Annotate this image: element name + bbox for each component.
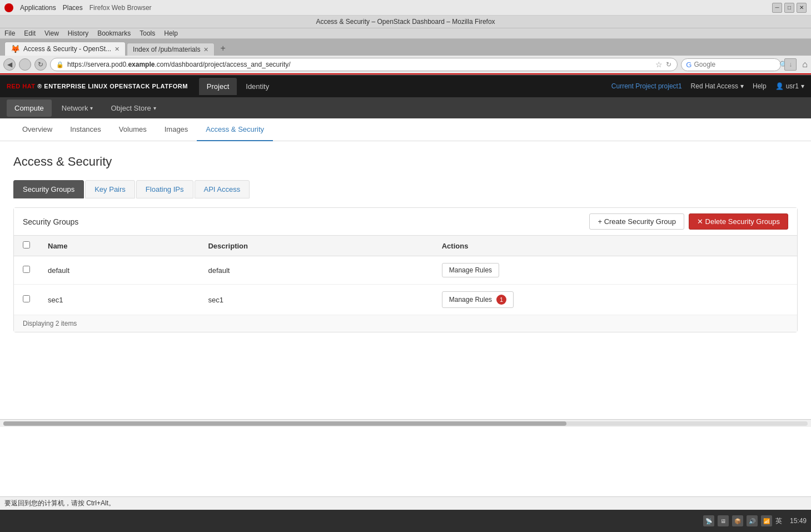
table-head: Name Description Actions — [14, 236, 797, 256]
red-hat-access-dropdown[interactable]: Red Hat Access ▾ — [691, 82, 744, 90]
browser-chrome: Access & Security – OpenStack Dashboard … — [0, 16, 811, 75]
security-groups-table: Name Description Actions default default… — [14, 236, 797, 315]
section-tab-security-groups[interactable]: Security Groups — [13, 180, 84, 198]
row-actions-default: Manage Rules — [433, 256, 797, 285]
col-header-description: Description — [199, 236, 432, 256]
url-reader-icon[interactable]: ↻ — [666, 61, 671, 68]
table-row: sec1 sec1 Manage Rules 1 — [14, 285, 797, 315]
select-all-checkbox[interactable] — [23, 241, 30, 248]
row-desc-sec1: sec1 — [199, 285, 432, 315]
table-body: default default Manage Rules sec1 sec1 M… — [14, 256, 797, 315]
chevron-down-icon: ▾ — [740, 82, 744, 90]
scrollbar-thumb[interactable] — [3, 421, 566, 426]
table-row: default default Manage Rules — [14, 256, 797, 285]
select-default-checkbox[interactable] — [23, 266, 30, 273]
browser-navbar: ◀ ▶ ↻ 🔒 https://servera.pod0.example.com… — [0, 56, 811, 74]
user-icon: 👤 — [775, 82, 784, 90]
user-dropdown[interactable]: 👤 usr1 ▾ — [775, 82, 804, 90]
section-tab-api-access[interactable]: API Access — [195, 180, 250, 198]
section-tab-floating-ips[interactable]: Floating IPs — [136, 180, 193, 198]
menu-view[interactable]: View — [44, 29, 59, 37]
bookmark-star-icon[interactable]: ☆ — [655, 60, 663, 69]
search-bar: G 🔍 — [681, 58, 781, 71]
section-tab-key-pairs[interactable]: Key Pairs — [85, 180, 135, 198]
table-header: Security Groups + Create Security Group … — [14, 208, 797, 236]
row-name-sec1: sec1 — [39, 285, 199, 315]
tab-instances[interactable]: Instances — [61, 118, 110, 141]
tab-label-active: Access & Security - OpenSt... — [23, 45, 111, 53]
compute-nav-object-store[interactable]: Object Store ▾ — [103, 100, 163, 117]
places-menu[interactable]: Places — [63, 4, 83, 12]
nav-link-identity[interactable]: Identity — [238, 78, 277, 95]
select-all-header — [14, 236, 39, 256]
create-security-group-button[interactable]: + Create Security Group — [589, 213, 684, 230]
rh-nav-links: Project Identity — [199, 78, 277, 95]
select-sec1-checkbox[interactable] — [23, 295, 30, 302]
tab-index[interactable]: Index of /pub/materials ✕ — [127, 43, 215, 56]
rh-brand: RED HAT ® ENTERPRISE LINUX OPENSTACK PLA… — [7, 83, 188, 90]
search-input[interactable] — [694, 61, 777, 68]
menu-bookmarks[interactable]: Bookmarks — [97, 29, 131, 37]
manage-rules-button-default[interactable]: Manage Rules — [442, 263, 499, 277]
nav-link-project[interactable]: Project — [199, 78, 237, 95]
os-app-icon — [4, 3, 13, 12]
main-content: Access & Security Security Groups Key Pa… — [0, 141, 811, 419]
row-actions-sec1: Manage Rules 1 — [433, 285, 797, 315]
refresh-button[interactable]: ↻ — [34, 58, 47, 71]
tab-overview[interactable]: Overview — [13, 118, 61, 141]
delete-security-groups-button[interactable]: ✕ Delete Security Groups — [689, 213, 788, 230]
compute-nav-network[interactable]: Network ▾ — [54, 100, 101, 117]
url-bar[interactable]: 🔒 https://servera.pod0.example.com/dashb… — [50, 58, 678, 71]
table-footer: Displaying 2 items — [14, 315, 797, 332]
compute-navbar: Compute Network ▾ Object Store ▾ — [0, 97, 811, 118]
brand-rest: ® ENTERPRISE LINUX OPENSTACK PLATFORM — [37, 83, 188, 90]
menu-file[interactable]: File — [4, 29, 15, 37]
new-tab-button[interactable]: + — [216, 41, 230, 56]
row-checkbox-sec1 — [14, 285, 39, 315]
row-name-default: default — [39, 256, 199, 285]
home-button[interactable]: ⌂ — [802, 59, 808, 69]
help-link[interactable]: Help — [753, 82, 767, 90]
maximize-button[interactable]: □ — [784, 3, 794, 13]
applications-menu[interactable]: Applications — [20, 4, 56, 12]
lock-icon: 🔒 — [56, 61, 64, 68]
brand-red-part: RED HAT — [7, 83, 36, 90]
browser-tabs: 🦊 Access & Security - OpenSt... ✕ Index … — [0, 39, 811, 56]
network-chevron-icon: ▾ — [90, 105, 93, 111]
url-text: https://servera.pod0.example.com/dashboa… — [67, 61, 652, 68]
browser-title: Access & Security – OpenStack Dashboard … — [0, 16, 811, 28]
tab-volumes[interactable]: Volumes — [110, 118, 156, 141]
browser-label: Firefox Web Browser — [89, 4, 152, 12]
tab-close-active[interactable]: ✕ — [115, 46, 120, 53]
tab-access-security[interactable]: 🦊 Access & Security - OpenSt... ✕ — [4, 42, 126, 56]
row-desc-default: default — [199, 256, 432, 285]
menu-history[interactable]: History — [68, 29, 88, 37]
object-store-chevron-icon: ▾ — [153, 105, 156, 111]
minimize-button[interactable]: ─ — [772, 3, 782, 13]
section-tabs: Security Groups Key Pairs Floating IPs A… — [13, 180, 798, 198]
forward-button[interactable]: ▶ — [19, 58, 31, 71]
compute-nav-compute[interactable]: Compute — [7, 100, 52, 117]
back-button[interactable]: ◀ — [3, 58, 16, 71]
rh-navbar-right: Current Project project1 Red Hat Access … — [611, 82, 804, 90]
horizontal-scrollbar[interactable] — [0, 419, 811, 427]
menu-help[interactable]: Help — [164, 29, 178, 37]
search-provider-icon: G — [686, 61, 691, 69]
menu-edit[interactable]: Edit — [24, 29, 36, 37]
downloads-button[interactable]: ↓ — [784, 58, 797, 71]
manage-rules-button-sec1[interactable]: Manage Rules 1 — [442, 291, 514, 308]
page-tabs: Overview Instances Volumes Images Access… — [0, 118, 811, 141]
tab-access-security[interactable]: Access & Security — [197, 118, 273, 141]
manage-rules-badge: 1 — [496, 295, 506, 305]
os-titlebar: Applications Places Firefox Web Browser … — [0, 0, 811, 16]
table-actions: + Create Security Group ✕ Delete Securit… — [589, 213, 788, 230]
tab-close-index[interactable]: ✕ — [203, 46, 208, 53]
menu-tools[interactable]: Tools — [140, 29, 155, 37]
close-button[interactable]: ✕ — [797, 3, 807, 13]
url-domain: example — [128, 61, 155, 68]
tab-images[interactable]: Images — [156, 118, 197, 141]
os-app-menu: Applications Places Firefox Web Browser — [4, 3, 772, 12]
table-header-row: Name Description Actions — [14, 236, 797, 256]
window-controls: ─ □ ✕ — [772, 3, 807, 13]
user-chevron-icon: ▾ — [801, 82, 804, 90]
